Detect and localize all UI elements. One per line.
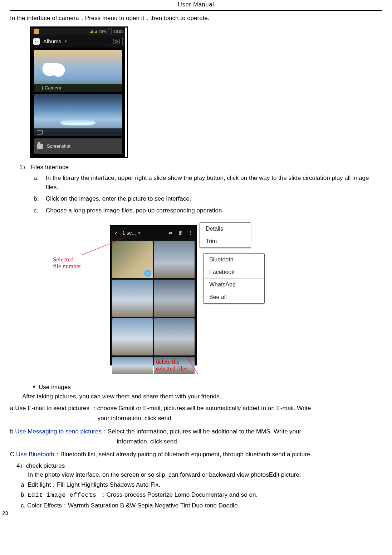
- selected-count-text: 1 se...: [122, 230, 136, 236]
- page-number: 23: [2, 510, 8, 516]
- screenshot-albums: ◢ ◢ 26% 16:00 ▱ Albums ▾ Camera: [30, 26, 128, 158]
- kebab-menu-icon[interactable]: ⋮: [187, 230, 195, 236]
- menu-item-facebook[interactable]: Facebook: [204, 266, 264, 279]
- sec1-item-b: Click on the images, enter the picture t…: [46, 194, 382, 203]
- album-thumb-camera[interactable]: Camera: [34, 50, 122, 92]
- notif-icon: [34, 29, 39, 34]
- annotation-arrow: [82, 255, 122, 255]
- camera-icon: [113, 39, 119, 44]
- camera-icon: [37, 86, 43, 90]
- menu-item-see-all[interactable]: See all: [204, 291, 264, 303]
- share-icon[interactable]: ➦: [167, 230, 175, 236]
- section-4-heading: 4）check pictures: [16, 462, 382, 470]
- thumbnail-selected[interactable]: ✓: [112, 241, 153, 278]
- dropdown-caret-icon[interactable]: ▾: [138, 230, 165, 236]
- folder-icon: [37, 144, 43, 149]
- method-email: a.Use E-mail to send pictures ：choose Gm…: [10, 404, 382, 423]
- menu-item-details[interactable]: Details: [200, 223, 251, 235]
- use-images-intro: After taking pictures, you can view them…: [22, 393, 382, 400]
- use-images-bullet: •Use images: [29, 383, 382, 391]
- sec1-item-a: In the library the interface, upper righ…: [46, 173, 382, 192]
- signal-icon: ◢: [90, 29, 93, 34]
- annotation-selected-file-number: Selected file number: [53, 256, 82, 270]
- method-bluetooth: C.Use Bluetooth：Bluetooth list, select a…: [10, 450, 382, 459]
- popup-details-trim: Details Trim: [200, 222, 251, 248]
- album-thumb-screenshot[interactable]: Screenshot: [34, 138, 122, 154]
- signal-icon-2: ◢: [94, 29, 97, 34]
- sec1-item-c: Choose a long press image files, pop-up …: [46, 206, 382, 215]
- screenshot-selection: ✓ 1 se... ▾ ➦ 🗑 ⋮ ✓: [110, 225, 197, 365]
- color-effects-line: c. Color Effects：Warmth Saturation B &W …: [21, 501, 382, 511]
- menu-item-bluetooth[interactable]: Bluetooth: [204, 254, 264, 266]
- camera-icon: [37, 130, 43, 134]
- section-1-list: a.In the library the interface, upper ri…: [34, 173, 382, 215]
- bullet-dot-icon: •: [29, 383, 39, 391]
- intro-text: In the interface of camera，Press menu to…: [10, 14, 382, 23]
- thumbnail[interactable]: [112, 318, 153, 355]
- selected-check-icon: ✓: [144, 270, 151, 277]
- battery-percent: 26%: [98, 29, 106, 34]
- album-thumb-default[interactable]: [34, 94, 122, 136]
- edit-effects-line: b. Edit image effects ：Cross-process Pos…: [21, 490, 382, 501]
- dropdown-caret-icon: ▾: [65, 39, 67, 44]
- album-camera-label: Camera: [45, 85, 61, 90]
- section-4-body: In the photo view interface, on the scre…: [28, 471, 382, 478]
- battery-icon: [108, 29, 112, 34]
- menu-item-whatsapp[interactable]: WhatsApp: [204, 279, 264, 291]
- menu-item-trim[interactable]: Trim: [200, 235, 251, 247]
- trash-icon[interactable]: 🗑: [177, 230, 185, 236]
- gallery-app-icon: ▱: [33, 38, 40, 45]
- camera-shortcut-button[interactable]: [110, 37, 123, 46]
- edit-options: a. Edit light：Fill Light Highlights Shad…: [21, 480, 382, 511]
- android-status-bar: ◢ ◢ 26% 16:00: [31, 28, 125, 35]
- album-screenshot-label: Screenshot: [47, 143, 70, 149]
- screenshot-selection-area: ✓ 1 se... ▾ ➦ 🗑 ⋮ ✓ Selected file number…: [74, 225, 303, 375]
- popup-share-targets: Bluetooth Facebook WhatsApp See all: [203, 253, 265, 304]
- albums-title-bar: ▱ Albums ▾: [31, 35, 125, 48]
- header-rule: [10, 10, 382, 11]
- edit-light-line: a. Edit light：Fill Light Highlights Shad…: [21, 480, 382, 490]
- thumbnail[interactable]: [112, 280, 153, 317]
- done-check-icon[interactable]: ✓: [112, 229, 120, 237]
- thumbnail[interactable]: [154, 280, 195, 317]
- thumbnail[interactable]: [154, 241, 195, 278]
- thumbnail[interactable]: [112, 357, 153, 374]
- thumbnail[interactable]: [154, 318, 195, 355]
- status-time: 16:00: [113, 29, 123, 34]
- albums-label: Albums: [43, 38, 61, 44]
- page-header-title: User Manual: [10, 0, 382, 10]
- annotation-delete-selected: delete the selected files: [156, 358, 199, 372]
- method-messaging: b.Use Messaging to send pictures：Select …: [10, 427, 382, 447]
- section-1-heading: 1） Files Interface: [19, 163, 382, 171]
